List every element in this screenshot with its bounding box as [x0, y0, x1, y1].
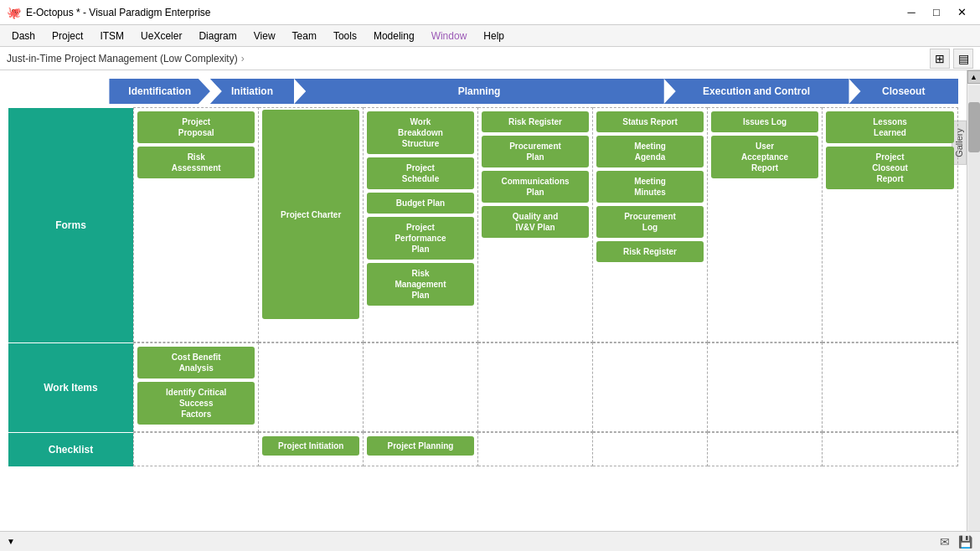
doc-risk-assessment[interactable]: RiskAssessment	[137, 147, 255, 178]
doc-project-closeout[interactable]: ProjectCloseoutReport	[826, 147, 954, 189]
doc-work-breakdown[interactable]: WorkBreakdownStructure	[367, 111, 474, 154]
doc-identify-critical[interactable]: Identify CriticalSuccessFactors	[137, 382, 255, 425]
checklist-execution-right-cell	[708, 433, 823, 466]
forms-execution-right-cell: Issues Log UserAcceptanceReport	[708, 108, 823, 342]
doc-risk-management[interactable]: RiskManagementPlan	[367, 263, 474, 306]
workitems-label: Work Items	[8, 343, 133, 432]
phase-execution: Execution and Control	[664, 79, 849, 104]
doc-project-charter[interactable]: Project Charter	[262, 110, 359, 319]
menu-help[interactable]: Help	[475, 27, 513, 45]
doc-meeting-minutes[interactable]: MeetingMinutes	[596, 171, 704, 203]
breadcrumb-bar: Just-in-Time Project Management (Low Com…	[0, 47, 980, 70]
workitems-closeout-cell	[823, 343, 958, 432]
checklist-planning-right-cell	[478, 433, 593, 466]
menu-project[interactable]: Project	[44, 27, 91, 45]
checklist-closeout-cell	[823, 433, 958, 466]
checklist-row: Checklist Project Initiation Project Pla…	[8, 432, 958, 466]
phase-planning: Planning	[294, 79, 664, 104]
maximize-button[interactable]: □	[925, 4, 948, 21]
toolbar-icon-panel[interactable]: ▤	[953, 49, 973, 69]
forms-row: Forms ProjectProposal RiskAssessment Pro…	[8, 107, 958, 342]
doc-procurement-plan[interactable]: ProcurementPlan	[482, 136, 589, 167]
phase-identification: Identification	[109, 79, 209, 104]
main-area: Gallery Identification Initiation	[0, 70, 980, 551]
menu-uexceler[interactable]: UeXceler	[132, 27, 190, 45]
doc-risk-register-planning[interactable]: Risk Register	[482, 111, 589, 132]
diagram-content: Identification Initiation Planning Execu…	[0, 70, 967, 551]
checklist-identification-cell	[133, 433, 258, 466]
checklist-execution-left-cell	[593, 433, 708, 466]
doc-quality-ivv[interactable]: Quality andIV&V Plan	[482, 206, 589, 238]
workitems-execution-left-cell	[593, 343, 708, 432]
title-bar-title: E-Octopus * - Visual Paradigm Enterprise	[26, 7, 900, 18]
vertical-scrollbar[interactable]: ▲ ▼	[967, 70, 980, 551]
toolbar-icon-grid[interactable]: ⊞	[930, 49, 950, 69]
workitems-identification-cell: Cost BenefitAnalysis Identify CriticalSu…	[133, 343, 258, 432]
forms-label: Forms	[8, 108, 133, 342]
phase-initiation: Initiation	[210, 79, 294, 104]
breadcrumb-text: Just-in-Time Project Management (Low Com…	[7, 53, 238, 64]
menu-dash[interactable]: Dash	[3, 27, 44, 45]
menu-team[interactable]: Team	[284, 27, 325, 45]
doc-meeting-agenda[interactable]: MeetingAgenda	[596, 136, 704, 167]
menu-window[interactable]: Window	[423, 27, 476, 45]
breadcrumb-arrow: ›	[241, 53, 245, 64]
doc-budget-plan[interactable]: Budget Plan	[367, 193, 474, 214]
menu-modeling[interactable]: Modeling	[365, 27, 423, 45]
workitems-execution-right-cell	[708, 343, 823, 432]
doc-cost-benefit[interactable]: Cost BenefitAnalysis	[137, 347, 255, 378]
doc-project-proposal[interactable]: ProjectProposal	[137, 111, 255, 143]
doc-communications-plan[interactable]: CommunicationsPlan	[482, 171, 589, 203]
workitems-planning-right-cell	[478, 343, 593, 432]
title-bar: 🐙 E-Octopus * - Visual Paradigm Enterpri…	[0, 0, 980, 25]
doc-project-schedule[interactable]: ProjectSchedule	[367, 157, 474, 189]
doc-project-planning[interactable]: Project Planning	[367, 436, 474, 456]
doc-lessons-learned[interactable]: LessonsLearned	[826, 111, 954, 143]
forms-closeout-cell: LessonsLearned ProjectCloseoutReport	[823, 108, 958, 342]
status-bar: ▼ ✉ 💾	[0, 531, 980, 551]
menu-tools[interactable]: Tools	[325, 27, 365, 45]
save-icon[interactable]: 💾	[957, 533, 973, 550]
email-icon[interactable]: ✉	[936, 533, 953, 550]
phase-closeout: Closeout	[849, 79, 959, 104]
doc-project-initiation[interactable]: Project Initiation	[262, 436, 359, 456]
scroll-track	[968, 85, 980, 536]
workitems-planning-left-cell	[363, 343, 477, 432]
doc-procurement-log[interactable]: ProcurementLog	[596, 206, 704, 238]
checklist-planning-left-cell: Project Planning	[363, 433, 477, 466]
menu-diagram[interactable]: Diagram	[190, 27, 245, 45]
menu-itsm[interactable]: ITSM	[91, 27, 132, 45]
workitems-initiation-cell	[259, 343, 364, 432]
menu-bar: Dash Project ITSM UeXceler Diagram View …	[0, 25, 980, 47]
forms-execution-left-cell: Status Report MeetingAgenda MeetingMinut…	[593, 108, 708, 342]
doc-issues-log[interactable]: Issues Log	[711, 111, 818, 132]
doc-risk-register-exec[interactable]: Risk Register	[596, 241, 704, 262]
phases-table: Identification Initiation Planning Execu…	[8, 79, 958, 104]
scroll-thumb[interactable]	[968, 102, 980, 152]
forms-planning-left-cell: WorkBreakdownStructure ProjectSchedule B…	[363, 108, 477, 342]
scroll-up-button[interactable]: ▲	[967, 70, 981, 84]
window-controls: ─ □ ✕	[900, 4, 973, 21]
forms-planning-right-cell: Risk Register ProcurementPlan Communicat…	[478, 108, 593, 342]
workitems-row: Work Items Cost BenefitAnalysis Identify…	[8, 342, 958, 432]
doc-project-performance[interactable]: ProjectPerformancePlan	[367, 217, 474, 260]
app-icon: 🐙	[7, 6, 21, 19]
close-button[interactable]: ✕	[950, 4, 973, 21]
minimize-button[interactable]: ─	[900, 4, 923, 21]
menu-view[interactable]: View	[245, 27, 284, 45]
doc-status-report[interactable]: Status Report	[596, 111, 704, 132]
doc-user-acceptance[interactable]: UserAcceptanceReport	[711, 136, 818, 178]
checklist-initiation-cell: Project Initiation	[259, 433, 364, 466]
forms-initiation-cell: Project Charter	[259, 108, 364, 342]
forms-identification-cell: ProjectProposal RiskAssessment	[133, 108, 258, 342]
checklist-label: Checklist	[8, 433, 133, 466]
status-arrow: ▼	[7, 537, 15, 546]
